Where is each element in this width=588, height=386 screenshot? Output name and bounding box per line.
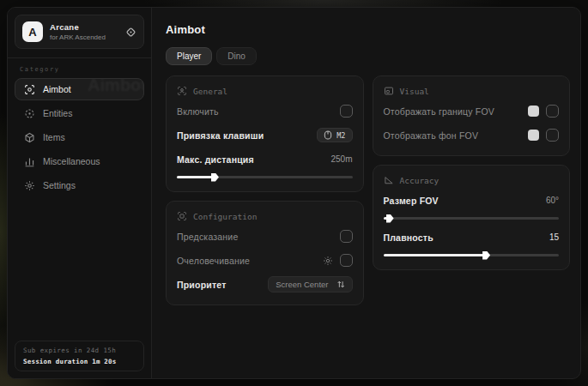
tab-player[interactable]: Player [166,47,212,65]
entities-target-icon [24,108,35,119]
fov-background-checkbox[interactable] [546,129,559,142]
priority-select[interactable]: Screen Center [268,276,352,293]
sidebar-item-miscellaneous[interactable]: Miscellaneous [15,150,144,172]
slider-thumb[interactable] [211,173,219,182]
fov-background-label: Отображать фон FOV [384,130,479,141]
right-column: Visual Отображать границу FOV Отображать… [373,75,571,270]
misc-chart-icon [24,156,35,167]
app-logo: A [22,21,43,42]
enable-label: Включить [177,106,219,117]
app-title-block: Arcane for ARK Ascended [50,22,106,41]
sidebar-item-label: Aimbot [43,84,71,94]
sidebar-item-settings[interactable]: Settings [15,174,144,196]
max-distance-value: 250m [330,154,352,164]
tab-dino[interactable]: Dino [216,47,257,65]
left-column: General Включить Привязка клавиши [166,75,364,305]
enable-checkbox[interactable] [340,105,353,118]
max-distance-label: Макс. дистанция [177,154,254,165]
card-general: General Включить Привязка клавиши [166,75,364,192]
category-label: Category [20,66,139,73]
humanization-settings-gear-icon[interactable] [323,256,333,266]
sidebar-item-items[interactable]: Items [15,126,144,148]
card-configuration: Configuration Предсказание Очеловечивани… [166,201,364,305]
smoothness-label: Плавность [384,232,433,243]
max-distance-slider[interactable] [177,176,353,178]
priority-label: Приоритет [177,280,226,290]
sub-expires-text: Sub expires in 24d 15h [23,347,136,354]
card-visual: Visual Отображать границу FOV Отображать… [373,75,571,156]
sidebar-item-label: Settings [43,180,76,190]
crosshair-scan-icon [24,84,35,95]
subscription-info: Sub expires in 24d 15h Session duration … [15,341,144,371]
item-box-icon [24,132,35,143]
main-content: Aimbot Player Dino [152,8,580,378]
keybind-label: Привязка клавиши [177,130,264,141]
sidebar-item-entities[interactable]: Entities [15,102,144,124]
sidebar-item-label: Entities [43,108,72,118]
fov-border-label: Отображать границу FOV [384,106,495,117]
prediction-label: Предсказание [177,232,238,242]
card-title: Configuration [193,212,257,221]
game-background: A Arcane for ARK Ascended Category [0,0,588,386]
fov-background-color-swatch[interactable] [528,130,539,141]
tab-bar: Player Dino [166,47,570,65]
cheat-menu-window: A Arcane for ARK Ascended Category [7,7,581,379]
card-accuracy: Accuracy Размер FOV 60° Плавность [373,165,571,270]
updown-arrows-icon [336,280,345,289]
sidebar-item-label: Miscellaneous [43,156,100,166]
smoothness-slider[interactable] [384,254,560,256]
box-scan-icon [177,211,187,221]
fov-border-color-swatch[interactable] [528,106,539,117]
visual-frame-icon [384,86,394,96]
humanization-label: Очеловечивание [177,256,250,266]
sidebar-item-label: Items [43,132,65,142]
session-duration-text: Session duration 1m 20s [23,358,136,365]
sidebar-item-aimbot[interactable]: Aimbot Aimbot [15,78,144,100]
sidebar: A Arcane for ARK Ascended Category [8,8,152,378]
gear-icon [24,180,35,191]
slider-thumb[interactable] [482,251,490,260]
page-title: Aimbot [166,23,570,36]
fov-border-checkbox[interactable] [546,105,559,118]
user-scan-icon [177,86,187,96]
humanization-checkbox[interactable] [340,254,353,267]
card-title: General [193,87,227,96]
app-subtitle: for ARK Ascended [50,33,106,41]
prediction-checkbox[interactable] [340,230,353,243]
keybind-value: M2 [336,131,345,140]
slider-thumb[interactable] [386,214,394,223]
triangle-ruler-icon [384,175,394,185]
card-title: Accuracy [400,176,439,185]
active-item-ghost-text: Aimbot [88,78,144,95]
app-header: A Arcane for ARK Ascended [15,15,144,49]
fov-size-slider[interactable] [384,217,560,220]
smoothness-value: 15 [549,232,559,242]
priority-selected-value: Screen Center [276,280,328,289]
fov-size-value: 60° [546,196,559,205]
mouse-icon [324,130,332,140]
divider [8,57,151,58]
fov-size-label: Размер FOV [384,196,439,206]
keybind-button[interactable]: M2 [317,128,352,142]
app-name: Arcane [50,22,106,32]
card-title: Visual [400,87,429,96]
focus-diamond-icon[interactable] [125,27,136,38]
